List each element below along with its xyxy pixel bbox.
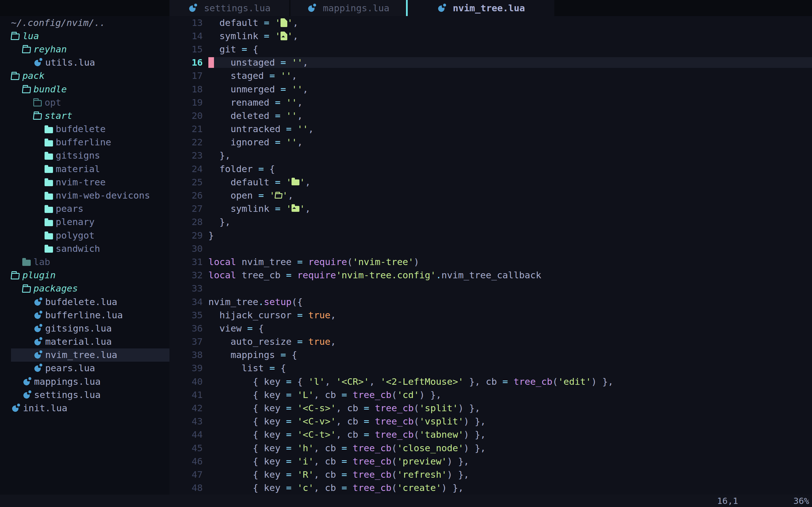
tree-item-label: reyhan xyxy=(34,44,67,55)
folder-solid-icon xyxy=(45,207,53,213)
tree-item-init-lua[interactable]: init.lua xyxy=(0,401,169,414)
code-text: list = { xyxy=(208,363,812,374)
tree-item-polygot[interactable]: polygot xyxy=(0,229,169,242)
code-line[interactable]: 38 mappings = { xyxy=(169,348,812,362)
code-line[interactable]: 37 auto_resize = true, xyxy=(169,335,812,348)
tree-item-pears[interactable]: pears xyxy=(0,202,169,216)
tree-item-nvim-web-devicons[interactable]: nvim-web-devicons xyxy=(0,189,169,202)
tree-item-label: nvim-web-devicons xyxy=(56,190,150,201)
code-line[interactable]: 41 { key = 'L', cb = tree_cb('cd') }, xyxy=(169,388,812,401)
tree-item-bufdelete[interactable]: bufdelete xyxy=(0,122,169,136)
code-line[interactable]: 16 unstaged = '', xyxy=(169,56,812,69)
tree-item-utils-lua[interactable]: utils.lua xyxy=(0,56,169,69)
tab-mappings-lua[interactable]: mappings.lua xyxy=(290,0,406,16)
tab-settings-lua[interactable]: settings.lua xyxy=(169,0,289,16)
code-line[interactable]: 13 default = '', xyxy=(169,16,812,29)
folder-solid-icon xyxy=(45,246,53,252)
tree-item-packages[interactable]: packages xyxy=(0,282,169,295)
code-line[interactable]: 36 view = { xyxy=(169,322,812,335)
code-line[interactable]: 45 { key = 'h', cb = tree_cb('close_node… xyxy=(169,441,812,455)
editor-panel[interactable]: 13 default = '',14 symlink = '',15 git =… xyxy=(169,16,812,495)
code-line[interactable]: 18 unmerged = '', xyxy=(169,82,812,96)
tree-item-reyhan[interactable]: reyhan xyxy=(0,43,169,56)
tab-nvim_tree-lua[interactable]: nvim_tree.lua xyxy=(408,0,554,16)
code-line[interactable]: 40 { key = { 'l', '<CR>', '<2-LeftMouse>… xyxy=(169,375,812,388)
code-line[interactable]: 29} xyxy=(169,229,812,242)
lua-file-icon xyxy=(33,311,43,320)
line-number: 15 xyxy=(169,44,203,55)
tree-item-label: mappings.lua xyxy=(34,376,101,387)
code-line[interactable]: 33 xyxy=(169,282,812,295)
line-number: 45 xyxy=(169,443,203,453)
code-line[interactable]: 43 { key = '<C-v>', cb = tree_cb('vsplit… xyxy=(169,415,812,428)
tree-item-label: lab xyxy=(34,257,50,267)
code-line[interactable]: 48 { key = 'c', cb = tree_cb('create') }… xyxy=(169,482,812,495)
line-number: 31 xyxy=(169,257,203,267)
code-line[interactable]: 24 folder = { xyxy=(169,162,812,175)
code-line[interactable]: 17 staged = '', xyxy=(169,69,812,82)
line-number: 35 xyxy=(169,310,203,321)
tab-bar: settings.luamappings.luanvim_tree.lua xyxy=(0,0,812,16)
code-line[interactable]: 20 deleted = '', xyxy=(169,109,812,122)
tree-item-lua[interactable]: lua xyxy=(0,29,169,43)
tree-item-bundle[interactable]: bundle xyxy=(0,82,169,96)
line-number: 16 xyxy=(169,57,203,68)
code-line[interactable]: 14 symlink = '', xyxy=(169,29,812,43)
line-number: 22 xyxy=(169,137,203,148)
tab-label: settings.lua xyxy=(204,3,270,13)
code-line[interactable]: 26 open = '', xyxy=(169,189,812,202)
tree-item-gitsigns[interactable]: gitsigns xyxy=(0,149,169,162)
code-line[interactable]: 25 default = '', xyxy=(169,175,812,189)
code-line[interactable]: 27 symlink = '', xyxy=(169,202,812,216)
tree-item-lab[interactable]: lab xyxy=(0,255,169,269)
line-number: 33 xyxy=(169,283,203,294)
tree-item-mappings-lua[interactable]: mappings.lua xyxy=(0,375,169,388)
code-line[interactable]: 35 hijack_cursor = true, xyxy=(169,308,812,322)
tree-item-gitsigns-lua[interactable]: gitsigns.lua xyxy=(0,322,169,335)
code-line[interactable]: 44 { key = '<C-t>', cb = tree_cb('tabnew… xyxy=(169,428,812,441)
code-line[interactable]: 22 ignored = '', xyxy=(169,136,812,149)
code-line[interactable]: 21 untracked = '', xyxy=(169,122,812,136)
lua-file-icon xyxy=(33,337,43,346)
code-line[interactable]: 30 xyxy=(169,242,812,255)
code-line[interactable]: 47 { key = 'R', cb = tree_cb('refresh') … xyxy=(169,468,812,481)
tree-item-label: plenary xyxy=(56,217,95,227)
tree-item-label: init.lua xyxy=(23,403,67,413)
code-line[interactable]: 32local tree_cb = require'nvim-tree.conf… xyxy=(169,269,812,282)
tree-item-plenary[interactable]: plenary xyxy=(0,216,169,229)
tree-item-bufferline[interactable]: bufferline xyxy=(0,136,169,149)
tree-item-bufdelete-lua[interactable]: bufdelete.lua xyxy=(0,295,169,308)
line-number: 37 xyxy=(169,336,203,347)
tree-item-opt[interactable]: opt xyxy=(0,96,169,109)
code-line[interactable]: 42 { key = '<C-s>', cb = tree_cb('split'… xyxy=(169,401,812,414)
code-text: symlink = '', xyxy=(208,31,812,41)
code-line[interactable]: 19 renamed = '', xyxy=(169,96,812,109)
tree-item-pack[interactable]: pack xyxy=(0,69,169,82)
code-line[interactable]: 31local nvim_tree = require('nvim-tree') xyxy=(169,255,812,269)
code-line[interactable]: 28 }, xyxy=(169,216,812,229)
code-line[interactable]: 46 { key = 'i', cb = tree_cb('preview') … xyxy=(169,455,812,468)
tree-item-material-lua[interactable]: material.lua xyxy=(0,335,169,348)
tree-item-nvim-tree[interactable]: nvim-tree xyxy=(0,175,169,189)
code-text: unmerged = '', xyxy=(208,84,812,95)
tree-item-pears-lua[interactable]: pears.lua xyxy=(0,362,169,375)
code-line[interactable]: 15 git = { xyxy=(169,43,812,56)
code-text: { key = '<C-t>', cb = tree_cb('tabnew') … xyxy=(208,429,812,440)
code-line[interactable]: 34nvim_tree.setup({ xyxy=(169,295,812,308)
tree-item-settings-lua[interactable]: settings.lua xyxy=(0,388,169,401)
tree-item-plugin[interactable]: plugin xyxy=(0,269,169,282)
block-cursor xyxy=(208,57,214,68)
tree-item-sandwich[interactable]: sandwich xyxy=(0,242,169,255)
code-text: hijack_cursor = true, xyxy=(208,310,812,321)
tree-item-material[interactable]: material xyxy=(0,162,169,175)
folder-solid-icon xyxy=(45,154,53,160)
status-line: 16,1 36% xyxy=(0,495,812,507)
tree-item-nvim_tree-lua[interactable]: nvim_tree.lua xyxy=(0,348,169,362)
code-line[interactable]: 39 list = { xyxy=(169,362,812,375)
tree-item-label: material xyxy=(56,164,100,174)
line-number: 41 xyxy=(169,390,203,400)
tree-item-start[interactable]: start xyxy=(0,109,169,122)
code-line[interactable]: 23 }, xyxy=(169,149,812,162)
tree-item-label: bufdelete xyxy=(56,124,106,134)
tree-item-bufferline-lua[interactable]: bufferline.lua xyxy=(0,308,169,322)
